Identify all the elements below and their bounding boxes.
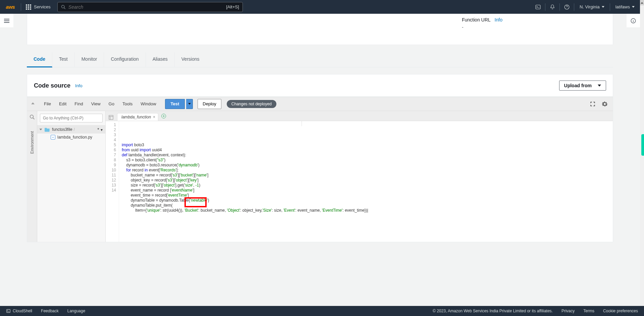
tab-test[interactable]: Test [52, 52, 75, 67]
menu-tools[interactable]: Tools [119, 100, 136, 108]
services-menu[interactable]: Services [21, 4, 55, 10]
caret-down-icon [598, 85, 601, 87]
left-rail [0, 14, 13, 28]
tree-file-item[interactable]: ‹› lambda_function.py [37, 134, 105, 141]
menu-file[interactable]: File [41, 100, 54, 108]
page-scrollbar[interactable] [640, 5, 644, 306]
ide-left-gutter: Environment [27, 111, 37, 242]
goto-input[interactable] [40, 114, 103, 122]
footer-feedback[interactable]: Feedback [41, 309, 59, 313]
tab-configuration[interactable]: Configuration [104, 52, 146, 67]
right-rail [627, 14, 640, 28]
function-url-label: Function URL [462, 17, 491, 22]
caret-down-icon [602, 6, 604, 8]
editor-pane: lambda_function × 1234567891011121314 im… [106, 111, 613, 242]
code-source-info-link[interactable]: Info [75, 83, 83, 88]
code-source-panel: Code source Info Upload from File Edit F… [27, 74, 613, 242]
search-icon [61, 5, 66, 9]
global-search[interactable]: [Alt+S] [57, 2, 243, 12]
editor-tab-lambda-function[interactable]: lambda_function × [117, 113, 158, 121]
test-button[interactable]: Test [165, 99, 185, 109]
svg-rect-9 [7, 309, 10, 312]
function-overview-panel: Function URL Info - [27, 14, 613, 45]
tab-aliases[interactable]: Aliases [146, 52, 175, 67]
menu-go[interactable]: Go [105, 100, 118, 108]
scrollbar-up-arrow[interactable] [640, 0, 644, 5]
fullscreen-icon[interactable] [589, 100, 597, 108]
footer-cookies[interactable]: Cookie preferences [603, 309, 638, 313]
footer-privacy[interactable]: Privacy [561, 309, 575, 313]
footer-language[interactable]: Language [67, 309, 85, 313]
tab-versions[interactable]: Versions [175, 52, 206, 67]
settings-gear-icon[interactable] [601, 100, 609, 108]
code-text-area[interactable]: 1234567891011121314 import boto3from uui… [106, 121, 613, 242]
scroll-hint [641, 134, 644, 156]
menu-find[interactable]: Find [71, 100, 86, 108]
menu-edit[interactable]: Edit [56, 100, 70, 108]
tree-root-folder[interactable]: functos3file / ▾ [37, 125, 105, 134]
svg-rect-3 [109, 115, 113, 119]
function-url-info-link[interactable]: Info [495, 17, 502, 22]
upload-from-button[interactable]: Upload from [559, 81, 606, 91]
footer-copyright: © 2023, Amazon Web Services India Privat… [433, 309, 553, 313]
twisty-icon [40, 127, 43, 132]
line-gutter: 1234567891011121314 [106, 121, 119, 242]
tree-settings-icon[interactable]: ▾ [96, 126, 103, 132]
add-tab-icon[interactable] [160, 113, 167, 119]
ide-menubar: File Edit Find View Go Tools Window Test… [27, 97, 613, 111]
top-nav: aws Services [Alt+S] N. Virginia latifaw… [0, 0, 640, 14]
test-dropdown[interactable] [186, 99, 193, 109]
search-shortcut: [Alt+S] [226, 4, 239, 9]
deploy-status-badge: Changes not deployed [227, 100, 276, 108]
caret-down-icon [632, 6, 635, 8]
code-source-title: Code source [34, 82, 70, 89]
menu-window[interactable]: Window [137, 100, 159, 108]
footer-terms[interactable]: Terms [583, 309, 594, 313]
function-url-value: - [462, 24, 605, 30]
aws-logo[interactable]: aws [0, 4, 21, 10]
cloudshell-icon[interactable] [531, 0, 545, 14]
footer-cloudshell[interactable]: CloudShell [6, 309, 32, 313]
code-content[interactable]: import boto3from uuid import uuid4def la… [119, 121, 613, 242]
notifications-icon[interactable] [545, 0, 559, 14]
tab-code[interactable]: Code [27, 52, 52, 67]
outline-icon[interactable] [108, 114, 114, 121]
python-file-icon: ‹› [51, 135, 55, 140]
services-label: Services [34, 4, 51, 9]
region-selector[interactable]: N. Virginia [574, 0, 610, 14]
close-tab-icon[interactable]: × [153, 115, 155, 119]
tree-search-icon[interactable] [30, 114, 35, 121]
code-editor-ide: File Edit Find View Go Tools Window Test… [27, 97, 613, 242]
environment-tab-label[interactable]: Environment [30, 129, 35, 156]
editor-tabs: lambda_function × [106, 111, 613, 121]
hamburger-icon[interactable] [4, 19, 9, 23]
footer-bar: CloudShell Feedback Language © 2023, Ama… [0, 306, 644, 316]
help-icon[interactable] [560, 0, 574, 14]
function-tabs: Code Test Monitor Configuration Aliases … [27, 52, 613, 67]
menu-view[interactable]: View [88, 100, 104, 108]
function-url-block: Function URL Info - [462, 14, 613, 45]
cloudshell-icon [6, 309, 11, 313]
search-input[interactable] [68, 4, 226, 10]
folder-icon [45, 127, 50, 132]
info-panel-icon[interactable] [630, 18, 636, 24]
grid-icon [26, 4, 31, 10]
file-tree: functos3file / ▾ ‹› lambda_function.py [37, 111, 106, 242]
deploy-button[interactable]: Deploy [198, 99, 221, 109]
svg-rect-0 [536, 5, 540, 9]
account-menu[interactable]: latifaws [610, 0, 640, 14]
collapse-up-icon[interactable] [31, 102, 36, 106]
tab-monitor[interactable]: Monitor [75, 52, 104, 67]
